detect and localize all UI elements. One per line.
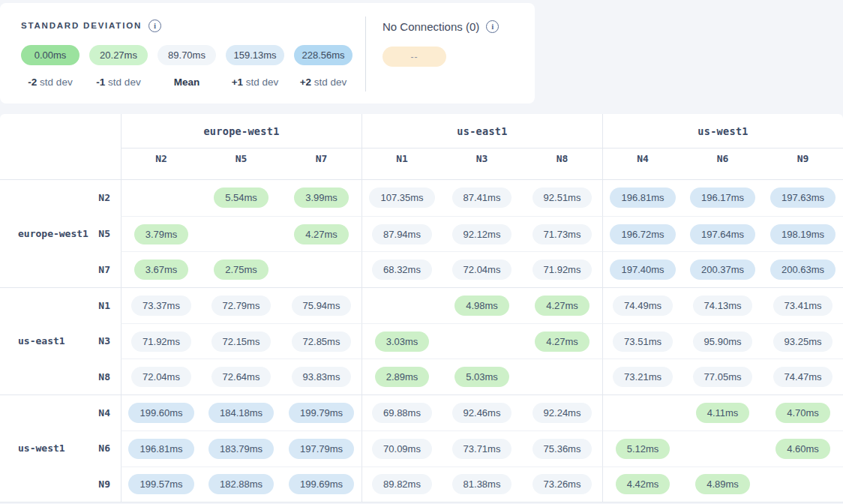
- latency-value-pill[interactable]: 2.89ms: [375, 367, 430, 387]
- latency-value-pill[interactable]: 3.03ms: [375, 332, 430, 352]
- latency-value-pill[interactable]: 197.63ms: [770, 188, 836, 208]
- latency-cell: 87.41ms: [442, 180, 522, 216]
- row-label-cell: N4: [0, 394, 121, 430]
- latency-value-pill[interactable]: 75.94ms: [292, 296, 352, 316]
- latency-value-pill[interactable]: 196.81ms: [610, 188, 675, 208]
- latency-value-pill[interactable]: 4.70ms: [776, 403, 830, 423]
- latency-value-pill[interactable]: 72.79ms: [212, 296, 272, 316]
- latency-cell: 197.40ms: [602, 251, 682, 287]
- latency-value-pill[interactable]: 196.17ms: [690, 188, 755, 208]
- latency-value-pill[interactable]: 4.27ms: [535, 332, 590, 352]
- latency-value-pill[interactable]: 4.98ms: [454, 296, 509, 316]
- latency-value-pill[interactable]: 184.18ms: [208, 403, 274, 423]
- latency-value-pill[interactable]: 197.64ms: [690, 224, 755, 244]
- latency-value-pill[interactable]: 71.73ms: [532, 224, 592, 244]
- info-icon[interactable]: i: [148, 20, 161, 32]
- column-node-header: N6: [682, 148, 763, 180]
- latency-value-pill[interactable]: 5.54ms: [214, 188, 268, 208]
- latency-cell: 73.51ms: [602, 323, 682, 359]
- info-icon[interactable]: i: [486, 20, 499, 33]
- latency-value-pill[interactable]: 73.71ms: [452, 439, 512, 459]
- latency-value-pill[interactable]: 3.79ms: [134, 224, 189, 244]
- latency-value-pill[interactable]: 92.51ms: [532, 188, 592, 208]
- latency-value-pill[interactable]: 4.60ms: [776, 439, 830, 459]
- latency-cell: 3.99ms: [281, 180, 362, 216]
- latency-cell: 89.82ms: [362, 466, 442, 502]
- latency-value-pill[interactable]: 93.25ms: [773, 332, 833, 352]
- latency-value-pill[interactable]: 3.67ms: [134, 260, 189, 280]
- latency-value-pill[interactable]: 183.79ms: [208, 439, 274, 459]
- latency-value-pill[interactable]: 199.60ms: [128, 403, 194, 423]
- row-node-label: N9: [98, 478, 110, 490]
- latency-value-pill[interactable]: 95.90ms: [693, 332, 753, 352]
- column-node-header: N2: [121, 148, 201, 180]
- latency-value-pill[interactable]: 92.24ms: [532, 403, 592, 423]
- latency-value-pill[interactable]: 93.83ms: [292, 367, 352, 387]
- latency-matrix-card: europe-west1us-east1us-west1N2N5N7N1N3N8…: [0, 114, 843, 502]
- latency-value-pill[interactable]: 70.09ms: [372, 439, 432, 459]
- no-connections-title: No Connections (0): [382, 20, 479, 33]
- column-node-header: N7: [281, 148, 362, 180]
- latency-value-pill[interactable]: 72.85ms: [292, 332, 352, 352]
- latency-value-pill[interactable]: 81.38ms: [452, 474, 512, 494]
- latency-value-pill[interactable]: 73.51ms: [613, 332, 673, 352]
- latency-value-pill[interactable]: 4.42ms: [616, 474, 670, 494]
- latency-value-pill[interactable]: 72.04ms: [131, 367, 191, 387]
- latency-value-pill[interactable]: 107.35ms: [369, 188, 434, 208]
- std-deviation-legend-card: STANDARD DEVIATION i 0.00ms-2 std dev20.…: [0, 3, 535, 104]
- legend-stop-pill: 228.56ms: [294, 45, 352, 65]
- latency-value-pill[interactable]: 87.94ms: [372, 224, 432, 244]
- latency-value-pill[interactable]: 4.27ms: [535, 296, 590, 316]
- latency-cell: 107.35ms: [362, 180, 442, 216]
- latency-value-pill[interactable]: 182.88ms: [208, 474, 274, 494]
- latency-value-pill[interactable]: 92.12ms: [452, 224, 512, 244]
- latency-value-pill[interactable]: 2.75ms: [214, 260, 268, 280]
- latency-value-pill[interactable]: 71.92ms: [131, 332, 191, 352]
- latency-value-pill[interactable]: 72.64ms: [212, 367, 272, 387]
- latency-value-pill[interactable]: 75.36ms: [532, 439, 592, 459]
- no-connections-section: No Connections (0) i --: [366, 3, 499, 104]
- latency-value-pill[interactable]: 74.13ms: [693, 296, 753, 316]
- latency-value-pill[interactable]: 73.21ms: [613, 367, 673, 387]
- latency-value-pill[interactable]: 197.40ms: [610, 260, 675, 280]
- latency-value-pill[interactable]: 72.04ms: [452, 260, 512, 280]
- latency-value-pill[interactable]: 73.26ms: [532, 474, 592, 494]
- latency-value-pill[interactable]: 87.41ms: [452, 188, 512, 208]
- latency-value-pill[interactable]: 89.82ms: [372, 474, 432, 494]
- matrix-row: N872.04ms72.64ms93.83ms2.89ms5.03ms73.21…: [0, 358, 843, 394]
- latency-value-pill[interactable]: 73.37ms: [131, 296, 191, 316]
- latency-value-pill[interactable]: 200.37ms: [690, 260, 755, 280]
- legend-stop-label: +2 std dev: [300, 76, 347, 88]
- latency-value-pill[interactable]: 198.19ms: [770, 224, 836, 244]
- latency-value-pill[interactable]: 199.69ms: [289, 474, 354, 494]
- latency-cell: 4.42ms: [602, 466, 682, 502]
- latency-value-pill[interactable]: 3.99ms: [294, 188, 349, 208]
- latency-value-pill[interactable]: 5.03ms: [454, 367, 509, 387]
- latency-cell: 3.03ms: [362, 323, 442, 359]
- latency-value-pill[interactable]: 4.27ms: [294, 224, 349, 244]
- row-group-europe-west1: N25.54ms3.99ms107.35ms87.41ms92.51ms196.…: [0, 180, 843, 287]
- latency-value-pill[interactable]: 73.41ms: [773, 296, 833, 316]
- latency-value-pill[interactable]: 77.05ms: [693, 367, 753, 387]
- latency-value-pill[interactable]: 92.46ms: [452, 403, 512, 423]
- latency-cell: [442, 323, 522, 359]
- latency-value-pill[interactable]: 72.15ms: [212, 332, 272, 352]
- latency-value-pill[interactable]: 197.79ms: [289, 439, 354, 459]
- latency-value-pill[interactable]: 4.11ms: [696, 403, 750, 423]
- latency-value-pill[interactable]: 68.32ms: [372, 260, 432, 280]
- latency-value-pill[interactable]: 5.12ms: [616, 439, 670, 459]
- latency-value-pill[interactable]: 196.81ms: [128, 439, 194, 459]
- latency-value-pill[interactable]: 74.49ms: [613, 296, 673, 316]
- latency-value-pill[interactable]: 69.88ms: [372, 403, 432, 423]
- latency-value-pill[interactable]: 196.72ms: [610, 224, 675, 244]
- latency-value-pill[interactable]: 74.47ms: [773, 367, 833, 387]
- legend-stop-label: Mean: [174, 76, 200, 88]
- latency-value-pill[interactable]: 200.63ms: [770, 260, 836, 280]
- latency-value-pill[interactable]: 199.79ms: [289, 403, 354, 423]
- matrix-header-node-row: N2N5N7N1N3N8N4N6N9: [0, 148, 843, 180]
- latency-value-pill[interactable]: 71.92ms: [532, 260, 592, 280]
- latency-value-pill[interactable]: 199.57ms: [128, 474, 194, 494]
- latency-cell: 5.54ms: [201, 180, 281, 216]
- latency-value-pill[interactable]: 4.89ms: [695, 474, 750, 494]
- row-region-label: us-east1: [18, 335, 65, 346]
